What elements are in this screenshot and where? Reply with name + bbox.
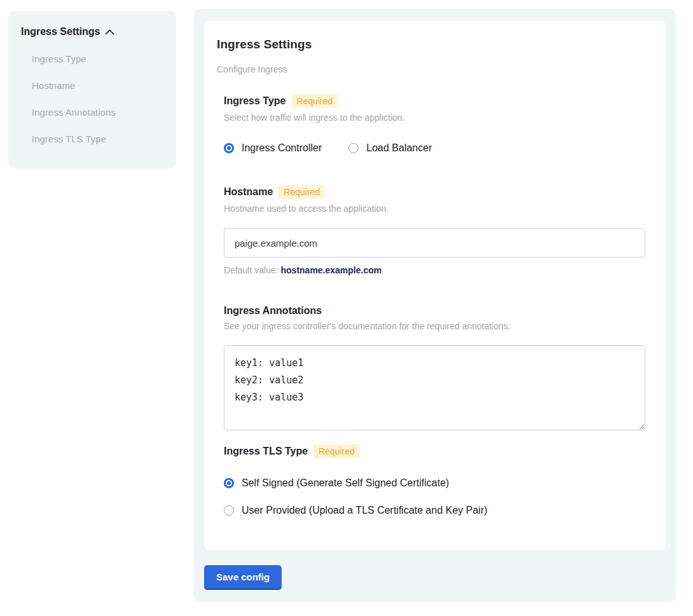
save-config-button[interactable]: Save config — [204, 565, 282, 590]
chevron-up-icon — [105, 29, 114, 35]
section-ingress-annotations: Ingress Annotations See your ingress con… — [224, 305, 645, 430]
radio-label: User Provided (Upload a TLS Certificate … — [242, 505, 488, 516]
sidebar-item-ingress-type[interactable]: Ingress Type — [32, 53, 163, 64]
sidebar-item-hostname[interactable]: Hostname — [32, 80, 163, 91]
section-hostname: Hostname Required Hostname used to acces… — [224, 185, 645, 275]
radio-unselected-icon[interactable] — [348, 143, 359, 153]
radio-selected-icon[interactable] — [224, 143, 234, 153]
radio-unselected-icon[interactable] — [224, 505, 234, 516]
radio-option-user-provided[interactable]: User Provided (Upload a TLS Certificate … — [224, 505, 645, 516]
radio-selected-icon[interactable] — [224, 478, 234, 488]
radio-option-ingress-controller[interactable]: Ingress Controller — [224, 142, 322, 154]
sidebar-item-ingress-annotations[interactable]: Ingress Annotations — [32, 107, 163, 118]
default-value-text: hostname.example.com — [281, 265, 382, 275]
section-ingress-type: Ingress Type Required Select how traffic… — [224, 94, 645, 154]
page-title: Ingress Settings — [217, 38, 653, 51]
ingress-annotations-textarea[interactable]: key1: value1 key2: value2 key3: value3 — [224, 345, 645, 430]
ingress-annotations-description: See your ingress controller's documentat… — [224, 321, 645, 331]
ingress-annotations-label: Ingress Annotations — [224, 305, 322, 317]
sidebar-item-ingress-tls-type[interactable]: Ingress TLS Type — [32, 133, 163, 144]
page-subtitle: Configure Ingress — [217, 64, 653, 74]
radio-option-self-signed[interactable]: Self Signed (Generate Self Signed Certif… — [224, 477, 645, 489]
hostname-input[interactable] — [224, 228, 645, 257]
ingress-tls-type-label: Ingress TLS Type — [224, 446, 308, 457]
hostname-label: Hostname — [224, 186, 273, 198]
default-value-prefix: Default value: — [224, 265, 281, 275]
hostname-default-note: Default value: hostname.example.com — [224, 265, 645, 275]
sidebar-section-title: Ingress Settings — [21, 26, 100, 38]
radio-label: Load Balancer — [366, 142, 432, 154]
ingress-settings-card: Ingress Settings Configure Ingress Ingre… — [204, 21, 666, 550]
section-ingress-tls-type: Ingress TLS Type Required Self Signed (G… — [224, 444, 645, 516]
required-badge: Required — [278, 185, 325, 199]
ingress-tls-type-radio-group: Self Signed (Generate Self Signed Certif… — [224, 477, 645, 516]
required-badge: Required — [313, 444, 360, 458]
sidebar-section-header-ingress-settings[interactable]: Ingress Settings — [21, 26, 163, 38]
form-sections: Ingress Type Required Select how traffic… — [224, 94, 645, 516]
ingress-type-radio-group: Ingress Controller Load Balancer — [224, 142, 645, 154]
settings-panel: Ingress Settings Configure Ingress Ingre… — [194, 9, 676, 602]
radio-label: Ingress Controller — [242, 142, 322, 154]
settings-sidebar: Ingress Settings Ingress Type Hostname I… — [8, 11, 176, 168]
ingress-type-label: Ingress Type — [224, 95, 286, 107]
required-badge: Required — [292, 94, 338, 108]
sidebar-item-list: Ingress Type Hostname Ingress Annotation… — [21, 53, 163, 144]
hostname-description: Hostname used to access the application. — [224, 203, 645, 214]
ingress-type-description: Select how traffic will ingress to the a… — [224, 113, 645, 123]
radio-option-load-balancer[interactable]: Load Balancer — [348, 142, 432, 154]
radio-label: Self Signed (Generate Self Signed Certif… — [242, 477, 449, 489]
